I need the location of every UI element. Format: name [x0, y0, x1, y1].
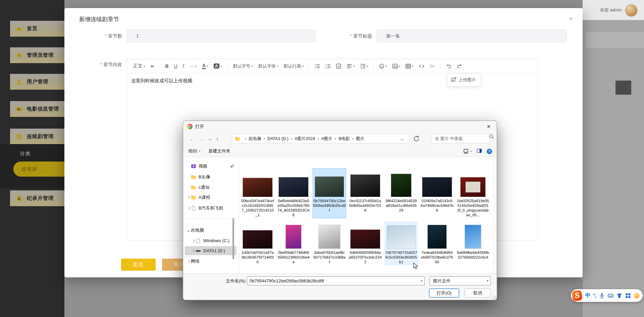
toolbar-underline-button[interactable]: U: [171, 62, 180, 70]
tree-scrollbar-thumb[interactable]: [232, 218, 234, 259]
breadcrumb-segment[interactable]: B电影: [338, 136, 350, 141]
caret-down-icon: ▾: [277, 64, 278, 68]
breadcrumb-segment[interactable]: 图片: [356, 136, 364, 141]
file-item[interactable]: 1bd33525a919e05516525e439ad2f12f_0_yingy…: [456, 168, 490, 218]
caret-down-icon: ▾: [399, 64, 400, 68]
up-icon[interactable]: ↑: [216, 136, 219, 142]
chevron-right-icon[interactable]: [186, 196, 191, 198]
file-item[interactable]: 0b79544790c12bef269ac5863b26cd9f: [313, 168, 346, 218]
chevron-down-icon[interactable]: [186, 229, 191, 231]
breadcrumb-segment[interactable]: A图片2024: [294, 136, 315, 141]
forward-icon[interactable]: →: [199, 136, 204, 142]
chevron-right-icon[interactable]: [186, 260, 191, 262]
close-icon[interactable]: ×: [567, 15, 575, 23]
file-item[interactable]: 01f409a7a6143c66a74fd8cbc546d7bb: [420, 168, 454, 218]
file-item[interactable]: 0ec91137c65541a5bfbf3a3d920e7018: [348, 168, 382, 218]
toolbar-emoji-button[interactable]: ▾: [376, 62, 390, 70]
tree-item[interactable]: 视频: [185, 162, 236, 171]
toolbar-code-block-button[interactable]: [416, 62, 427, 70]
toolbar-italic-button[interactable]: I: [180, 62, 187, 70]
skin-icon[interactable]: [616, 293, 622, 299]
recent-locations-icon[interactable]: [209, 137, 212, 141]
file-item[interactable]: 3aba976b91aef8c50717b837e3388af: [313, 221, 346, 265]
tree-item[interactable]: B头像: [185, 172, 236, 181]
file-thumbnail-wrap: [286, 222, 301, 248]
file-item[interactable]: 5db6506f290044aa66370f7ecbdc2242: [348, 221, 382, 265]
toolbar-bold-button[interactable]: B: [163, 62, 171, 70]
open-button[interactable]: 打开(O): [429, 288, 459, 298]
chapter-number-input[interactable]: 1: [127, 30, 316, 42]
toolbar-indent-button[interactable]: ▾: [358, 62, 371, 70]
file-item[interactable]: 0af5eb4d96423a9e05a25c039eb78074_A015892…: [277, 168, 310, 218]
file-name: 1d3b7dd7b51a97a9b16b9575f7146f36: [241, 250, 274, 264]
toolbar-align-button[interactable]: ▾: [344, 62, 358, 70]
toolbar-ordered-list-button[interactable]: 123: [323, 62, 333, 70]
submit-button[interactable]: 提交: [121, 259, 156, 271]
toolbox-icon[interactable]: [625, 293, 631, 299]
emoji-icon[interactable]: [634, 293, 639, 299]
organize-button[interactable]: 组织▾: [189, 148, 201, 154]
dialog-cancel-button[interactable]: 取消: [465, 288, 491, 298]
toolbar-undo-button[interactable]: [443, 62, 454, 70]
new-folder-button[interactable]: 新建文件夹: [209, 148, 230, 154]
breadcrumb-segment[interactable]: A图片: [321, 136, 332, 141]
toolbar-highlight-color-button[interactable]: A▾: [211, 62, 225, 70]
tree-item[interactable]: B汽车和飞机: [185, 203, 236, 213]
toolbar-font-family-button[interactable]: 默认字体▾: [256, 62, 281, 71]
file-item[interactable]: 7d0707d0715d2579c5c5393e360825b1: [384, 221, 418, 265]
change-view-button[interactable]: ▾: [463, 149, 472, 154]
toolbar-insert-table-button[interactable]: ▾: [403, 62, 416, 70]
toolbar-insert-image-button[interactable]: ▾: [390, 62, 403, 70]
toolbar-font-color-button[interactable]: A▾: [200, 62, 211, 71]
punctuation-icon[interactable]: °,: [593, 293, 596, 298]
chevron-right-icon[interactable]: [186, 207, 191, 209]
refresh-icon[interactable]: [413, 135, 420, 142]
tree-item[interactable]: A课程: [185, 193, 236, 202]
toolbar-bullet-list-button[interactable]: [312, 62, 323, 70]
upload-image-menu-item[interactable]: 上传图片: [447, 74, 481, 86]
toolbar-blockquote-button[interactable]: “: [148, 61, 157, 71]
toolbar-horizontal-rule-button[interactable]: [427, 62, 438, 70]
tree-item[interactable]: 此电脑: [185, 226, 236, 235]
chevron-right-icon[interactable]: [191, 250, 196, 252]
file-item[interactable]: 00bcd347e4474cefc2c1b16929118457_1595272…: [241, 168, 274, 218]
breadcrumb-segment[interactable]: DATA1 (D:): [267, 136, 288, 141]
chapter-title-input[interactable]: 第一集: [377, 30, 567, 42]
tree-item[interactable]: Windows (C:): [185, 236, 236, 245]
file-item[interactable]: 1d3b7dd7b51a97a9b16b9575f7146f36: [241, 221, 274, 265]
breadcrumb-segment[interactable]: 此电脑: [249, 136, 261, 141]
back-icon[interactable]: ←: [190, 136, 195, 142]
scrollbar-track[interactable]: [493, 157, 497, 273]
file-thumbnail: [351, 175, 380, 197]
filetype-select[interactable]: 图片文件▾: [430, 276, 491, 285]
dimmed-overlay-top: [64, 0, 583, 8]
filename-input[interactable]: 0b79544790c12bef269ac5863b26cd9f▾: [247, 276, 425, 285]
tree-item[interactable]: DATA1 (D:): [185, 246, 236, 255]
toolbar-redo-button[interactable]: [454, 62, 465, 70]
file-item[interactable]: 0f64224e5814539a818a01c4f9e93529: [384, 168, 418, 218]
toolbar-more-text-style-button[interactable]: ⋯▾: [187, 62, 200, 70]
help-icon[interactable]: ?: [487, 149, 492, 154]
sogou-logo-icon[interactable]: S: [572, 290, 582, 301]
preview-pane-button[interactable]: [477, 148, 482, 154]
close-icon[interactable]: ✕: [483, 121, 495, 132]
tree-item-label: DATA1 (D:): [203, 248, 225, 253]
toolbar-font-size-button[interactable]: 默认字号▾: [230, 62, 256, 71]
keyboard-icon[interactable]: [608, 293, 613, 299]
resize-grip[interactable]: [493, 296, 497, 300]
chinese-mode-icon[interactable]: 中: [585, 292, 590, 299]
file-thumbnail-wrap: [319, 222, 340, 248]
file-item[interactable]: 9a684fbebb4266fb22766b6f222c6c4: [456, 221, 490, 265]
file-item[interactable]: 7edea826464fd94eb687319be8c07656: [420, 221, 454, 265]
chevron-right-icon[interactable]: [191, 240, 196, 242]
toolbar-todo-list-button[interactable]: [333, 62, 344, 70]
breadcrumb-dropdown-icon[interactable]: [400, 137, 404, 141]
microphone-icon[interactable]: [599, 293, 605, 299]
file-item[interactable]: 2bef09db7748d683549123860106e4a: [277, 221, 310, 265]
tree-item[interactable]: 网络: [185, 257, 236, 266]
search-input[interactable]: 在 图片 中搜索: [432, 134, 490, 143]
tree-item[interactable]: c通知: [185, 183, 236, 192]
avatar[interactable]: [625, 4, 637, 16]
toolbar-line-height-button[interactable]: 默认行高▾: [281, 62, 307, 71]
toolbar-paragraph-style-button[interactable]: 正文▾: [130, 62, 148, 71]
